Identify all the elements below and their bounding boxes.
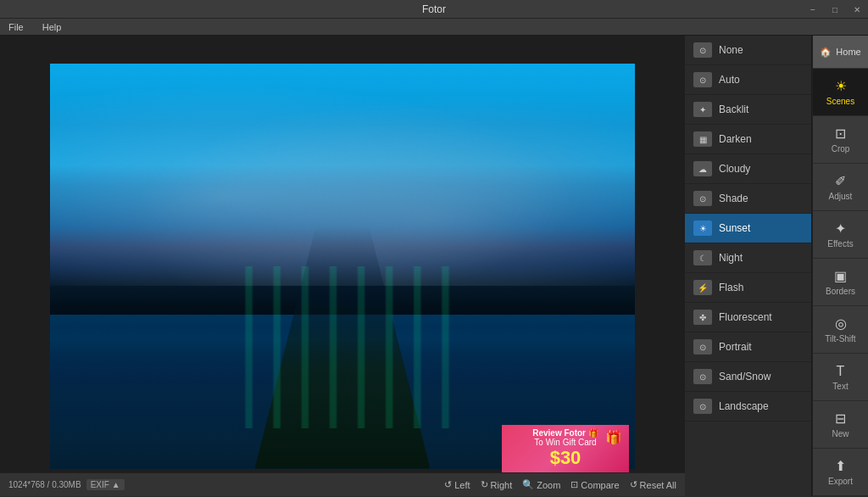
image-info: 1024*768 / 0.30MB EXIF ▲ — [8, 479, 125, 490]
scene-label-backlit: Backlit — [719, 103, 748, 115]
scene-icon-darken: ▦ — [693, 131, 712, 147]
window-controls: − □ ✕ — [802, 0, 868, 19]
rotate-left-button[interactable]: ↺ Left — [444, 479, 470, 490]
scene-label-portrait: Portrait — [719, 341, 752, 353]
close-button[interactable]: ✕ — [846, 0, 868, 19]
gift-icon: 🎁 — [605, 429, 622, 445]
scene-label-none: None — [719, 44, 743, 56]
tool-crop[interactable]: ⊡ Crop — [813, 116, 868, 164]
scene-item-cloudy[interactable]: ☁ Cloudy — [685, 154, 811, 184]
tool-tilt-shift[interactable]: ◎ Tilt-Shift — [813, 306, 868, 354]
home-button[interactable]: 🏠 Home — [813, 36, 868, 69]
scene-item-auto[interactable]: ⊙ Auto — [685, 65, 811, 95]
bottom-toolbar: 1024*768 / 0.30MB EXIF ▲ ↺ Left ↻ Right … — [0, 472, 685, 496]
reset-label: Reset All — [640, 480, 676, 490]
zoom-label: Zoom — [537, 480, 560, 490]
tool-icon-text: T — [837, 364, 845, 379]
ad-line2: To Win Gift Card — [534, 438, 596, 447]
tool-label-scenes: Scenes — [826, 97, 854, 106]
tool-label-text: Text — [832, 382, 848, 391]
compare-icon: ⊡ — [570, 479, 578, 490]
zoom-button[interactable]: 🔍 Zoom — [522, 479, 560, 490]
edit-tools: ↺ Left ↻ Right 🔍 Zoom ⊡ Compare ↺ Res — [444, 479, 676, 490]
tool-icon-scenes: ☀ — [835, 78, 847, 94]
rotate-right-label: Right — [491, 480, 513, 490]
scene-item-sunset[interactable]: ☀ Sunset — [685, 214, 811, 243]
tool-icon-tilt-shift: ◎ — [835, 316, 847, 332]
scene-label-darken: Darken — [719, 133, 752, 145]
photo-canvas — [50, 64, 635, 469]
tool-export[interactable]: ⬆ Export — [813, 449, 868, 496]
tool-text[interactable]: T Text — [813, 354, 868, 401]
rotate-left-icon: ↺ — [444, 479, 452, 490]
titlebar: Fotor − □ ✕ — [0, 0, 868, 19]
scene-item-night[interactable]: ☾ Night — [685, 243, 811, 273]
maximize-button[interactable]: □ — [824, 0, 846, 19]
scene-icon-auto: ⊙ — [693, 72, 712, 87]
tool-label-crop: Crop — [832, 144, 850, 154]
tool-label-export: Export — [828, 477, 853, 486]
main-layout: 🎁 Review Fotor 🎁 To Win Gift Card $30 10… — [0, 36, 868, 496]
scene-item-landscape[interactable]: ⊙ Landscape — [685, 392, 811, 422]
scene-icon-shade: ⊙ — [693, 191, 712, 206]
home-label: Home — [836, 47, 860, 57]
scene-icon-fluorescent: ✤ — [693, 310, 712, 325]
ad-price: $30 — [550, 447, 581, 469]
scene-item-darken[interactable]: ▦ Darken — [685, 125, 811, 154]
scene-label-sand-snow: Sand/Snow — [719, 371, 771, 383]
tool-adjust[interactable]: ✐ Adjust — [813, 164, 868, 211]
scene-icon-backlit: ✦ — [693, 102, 712, 117]
tool-label-borders: Borders — [826, 287, 855, 296]
scene-label-flash: Flash — [719, 282, 743, 293]
tool-label-adjust: Adjust — [829, 192, 853, 201]
reset-button[interactable]: ↺ Reset All — [630, 479, 676, 490]
scenes-panel: ⊙ None ⊙ Auto ✦ Backlit ▦ Darken ☁ Cloud… — [685, 36, 812, 496]
tool-icon-effects: ✦ — [835, 221, 846, 237]
exif-button[interactable]: EXIF ▲ — [86, 479, 125, 490]
reset-icon: ↺ — [630, 479, 637, 490]
scene-item-shade[interactable]: ⊙ Shade — [685, 184, 811, 214]
scene-item-portrait[interactable]: ⊙ Portrait — [685, 332, 811, 362]
scene-label-auto: Auto — [719, 74, 740, 86]
tool-icon-crop: ⊡ — [835, 126, 846, 142]
scene-icon-sunset: ☀ — [693, 221, 712, 236]
menu-help[interactable]: Help — [39, 20, 65, 34]
tool-icon-new: ⊟ — [835, 410, 846, 427]
image-dimensions: 1024*768 / 0.30MB — [8, 480, 81, 489]
menu-file[interactable]: File — [5, 20, 27, 34]
scene-icon-night: ☾ — [693, 250, 712, 265]
scene-label-night: Night — [719, 252, 743, 264]
tool-label-new: New — [832, 429, 849, 438]
ad-line1: Review Fotor 🎁 — [532, 428, 598, 438]
tool-effects[interactable]: ✦ Effects — [813, 211, 868, 259]
tool-scenes[interactable]: ☀ Scenes — [813, 69, 868, 116]
ad-banner[interactable]: 🎁 Review Fotor 🎁 To Win Gift Card $30 — [502, 425, 629, 472]
pier-lights — [225, 266, 459, 428]
tool-label-effects: Effects — [827, 239, 853, 248]
tool-new[interactable]: ⊟ New — [813, 401, 868, 449]
tool-icon-borders: ▣ — [834, 268, 847, 284]
scene-item-none[interactable]: ⊙ None — [685, 36, 811, 65]
scene-item-fluorescent[interactable]: ✤ Fluorescent — [685, 303, 811, 332]
menubar: File Help — [0, 19, 868, 36]
scene-item-flash[interactable]: ⚡ Flash — [685, 273, 811, 303]
scene-icon-cloudy: ☁ — [693, 161, 712, 176]
scene-item-backlit[interactable]: ✦ Backlit — [685, 95, 811, 125]
scene-label-cloudy: Cloudy — [719, 163, 750, 175]
rotate-right-button[interactable]: ↻ Right — [481, 479, 513, 490]
right-toolbar: 🏠 Home ☀ Scenes ⊡ Crop ✐ Adjust ✦ Effect… — [812, 36, 868, 496]
app-title: Fotor — [422, 3, 446, 15]
scene-icon-none: ⊙ — [693, 42, 712, 58]
rotate-right-icon: ↻ — [481, 479, 488, 490]
minimize-button[interactable]: − — [802, 0, 824, 19]
scene-icon-landscape: ⊙ — [693, 399, 712, 414]
scene-label-landscape: Landscape — [719, 400, 769, 412]
tool-icon-export: ⬆ — [835, 458, 846, 474]
scene-item-sand-snow[interactable]: ⊙ Sand/Snow — [685, 362, 811, 392]
zoom-icon: 🔍 — [522, 479, 534, 490]
scene-icon-sand-snow: ⊙ — [693, 369, 712, 384]
compare-button[interactable]: ⊡ Compare — [570, 479, 619, 490]
canvas-area: 🎁 Review Fotor 🎁 To Win Gift Card $30 10… — [0, 36, 685, 496]
tool-borders[interactable]: ▣ Borders — [813, 259, 868, 306]
photo-image — [50, 64, 635, 469]
